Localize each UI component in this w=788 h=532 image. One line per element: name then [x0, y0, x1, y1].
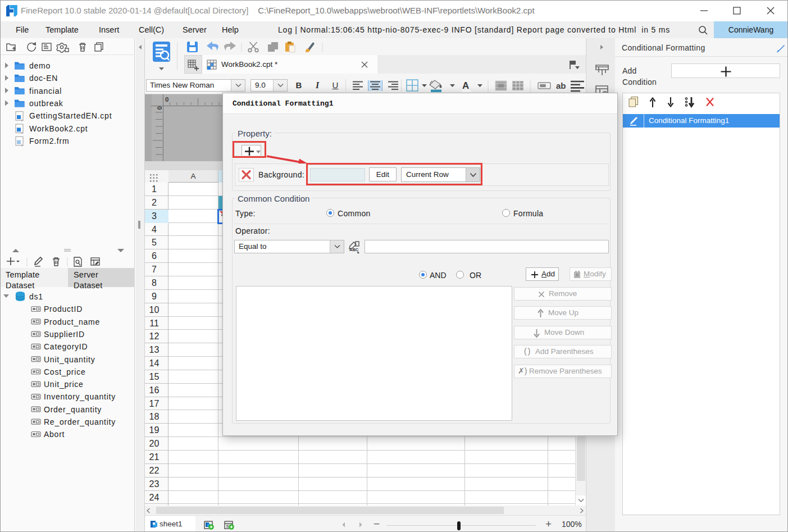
- svg-text:0: 0: [165, 96, 168, 103]
- svg-text:ABC: ABC: [349, 247, 359, 252]
- svg-text:0: 0: [156, 106, 163, 110]
- svg-text:ab: ab: [556, 81, 566, 90]
- svg-text:A: A: [462, 80, 469, 91]
